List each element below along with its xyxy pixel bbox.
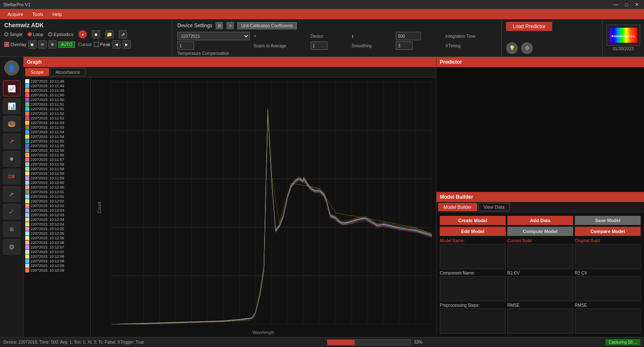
legend-item: 22072015: 10:12:00 xyxy=(25,181,88,185)
legend-label: 22072015: 10:11:59 xyxy=(31,171,64,176)
peak-checkbox[interactable]: Peak xyxy=(94,42,111,47)
gear-top-icon[interactable]: ⚙ xyxy=(521,42,533,54)
maximize-button[interactable]: □ xyxy=(623,2,630,8)
tab-model-builder[interactable]: Model Builder xyxy=(438,203,477,211)
create-model-button[interactable]: Create Model xyxy=(440,216,506,225)
stop-button[interactable]: ■ xyxy=(92,30,100,39)
sidebar-settings[interactable]: ⚙ xyxy=(3,239,21,255)
predictor-title: Predictor xyxy=(440,59,462,65)
legend-item: 22072015: 10:12:03 xyxy=(25,208,88,212)
sidebar-trend-chart[interactable]: ↗ xyxy=(3,133,21,149)
device-settings: Device Settings ⚙ ≡ Unit Calibration Coe… xyxy=(172,19,501,57)
legend-color-box xyxy=(25,268,29,272)
legend-item: 22072015: 10:11:49 xyxy=(25,84,88,88)
legend-color-box xyxy=(25,130,29,134)
add-data-button[interactable]: Add Data xyxy=(507,216,573,225)
legend-item: 22072015: 10:12:05 xyxy=(25,227,88,231)
load-predictor-button[interactable]: Load Predictor xyxy=(506,22,552,31)
user-avatar[interactable]: 👤 xyxy=(4,60,19,75)
settings-sliders-icon[interactable]: ≡ xyxy=(226,22,234,29)
compare-model-button[interactable]: Compare Model xyxy=(575,227,641,236)
tab-view-data[interactable]: View Data xyxy=(478,203,510,211)
sidebar-pie-chart[interactable]: 🍩 xyxy=(3,116,21,132)
legend-color-box xyxy=(25,116,29,120)
legend-item: 22072015: 10:11:58 xyxy=(25,167,88,171)
menu-acquire[interactable]: Acquire xyxy=(3,11,27,18)
preprocessing-label: Preprocessing Steps: xyxy=(440,303,506,308)
sidebar-check[interactable]: ✓ xyxy=(3,204,21,220)
smoothing-input[interactable] xyxy=(311,41,327,50)
legend-color-box xyxy=(25,181,29,185)
current-build-field: Current Build xyxy=(507,238,573,269)
settings-wrench-icon[interactable]: ⚙ xyxy=(216,22,223,29)
legend-label: 22072015: 10:11:59 xyxy=(31,176,64,180)
radio-single-dot xyxy=(4,32,8,36)
current-build-label: Current Build xyxy=(507,238,573,243)
r2cv-2-field: R2 CV xyxy=(575,271,641,301)
overlay-checkbox[interactable]: ✓ Overlay xyxy=(4,42,26,47)
share-button[interactable]: ⇗ xyxy=(119,30,127,39)
legend-label: 22072015: 10:12:05 xyxy=(31,227,64,231)
mb-btn-row-2: Edit Model Compute Model Compare Model xyxy=(440,227,641,236)
legend-item: 22072015: 10:11:51 xyxy=(25,102,88,106)
device-id-select[interactable]: 22072015 xyxy=(177,32,250,40)
sidebar-gauge[interactable]: ⊕ xyxy=(3,151,21,167)
legend-item: 22072015: 10:11:48 xyxy=(25,79,88,83)
legend-color-box xyxy=(25,245,29,249)
record-button[interactable]: ● xyxy=(78,30,87,39)
tb-minus-button[interactable]: ⊖ xyxy=(38,40,47,49)
model-builder-title: Model Builder xyxy=(440,194,473,200)
minimize-button[interactable]: — xyxy=(612,2,620,8)
legend-color-box xyxy=(25,185,29,189)
auto-button[interactable]: AUTO xyxy=(58,41,75,48)
menu-help[interactable]: Help xyxy=(48,11,66,18)
legend-label: 22072015: 10:11:51 xyxy=(31,107,64,111)
save-model-button[interactable]: Save Model xyxy=(575,216,641,225)
current-build-box xyxy=(507,244,573,269)
tb-squares-button[interactable]: ▣ xyxy=(28,40,36,49)
device-info-icon[interactable]: ℹ xyxy=(352,34,393,39)
legend-label: 22072015: 10:11:55 xyxy=(31,144,64,148)
legend-item: 22072015: 10:12:03 xyxy=(25,213,88,217)
edit-model-button[interactable]: Edit Model xyxy=(440,227,506,236)
radio-group: Single Loop Epsiodics ● ■ 📁 ⇗ xyxy=(4,30,168,39)
sidebar-bar-chart[interactable]: 📊 xyxy=(3,98,21,114)
integration-time-input[interactable] xyxy=(396,32,421,40)
scans-average-input[interactable] xyxy=(177,41,194,50)
sidebar-grid[interactable]: ⊞ xyxy=(3,221,21,237)
sidebar-cm[interactable]: CM xyxy=(3,168,21,184)
radio-loop[interactable]: Loop xyxy=(28,32,43,37)
legend-label: 22072015: 10:12:08 xyxy=(31,254,64,259)
device-name: Chemwiz ADK xyxy=(4,22,168,28)
sidebar-analysis[interactable]: ⇗ xyxy=(3,186,21,202)
xtiming-input[interactable] xyxy=(396,41,413,50)
menu-tools[interactable]: Tools xyxy=(28,11,47,18)
legend-color-box xyxy=(25,162,29,166)
radio-single[interactable]: Single xyxy=(4,32,23,37)
status-device-info: Device: 22072015; Time: 500; Avg: 1; Sm:… xyxy=(3,340,144,344)
tb-select-button[interactable]: ⊕ xyxy=(48,40,57,49)
bulb-icon[interactable]: 💡 xyxy=(506,42,518,54)
legend-item: 22072015: 10:11:53 xyxy=(25,125,88,129)
compute-model-button[interactable]: Compute Model xyxy=(507,227,573,236)
close-button[interactable]: ✕ xyxy=(633,2,641,8)
legend-color-box xyxy=(25,121,29,125)
legend-label: 22072015: 10:12:07 xyxy=(31,245,64,249)
legend-label: 22072015: 10:11:53 xyxy=(31,121,64,125)
stellar-logo: ★StellarNet Inc. xyxy=(607,25,640,46)
tab-scope[interactable]: Scope xyxy=(25,68,49,76)
radio-epsiodics-label: Epsiodics xyxy=(54,32,73,37)
radio-epsiodics[interactable]: Epsiodics xyxy=(48,32,73,37)
cal-coeff-button[interactable]: Unit Calibration Coefficients xyxy=(237,22,296,29)
folder-button[interactable]: 📁 xyxy=(105,30,114,39)
legend-label: 22072015: 10:12:05 xyxy=(31,231,64,236)
tab-absorbance[interactable]: Absorbance xyxy=(50,68,86,76)
arrow-right-button[interactable]: ► xyxy=(122,40,131,49)
sidebar-line-chart[interactable]: 📈 xyxy=(3,80,21,96)
legend-color-box xyxy=(25,148,29,153)
legend-item: 22072015: 10:12:08 xyxy=(25,254,88,259)
legend-color-box xyxy=(25,171,29,176)
arrow-left-button[interactable]: ◄ xyxy=(112,40,121,49)
graph-tabs: Scope Absorbance xyxy=(23,67,436,78)
legend-label: 22072015: 10:11:48 xyxy=(31,79,64,83)
